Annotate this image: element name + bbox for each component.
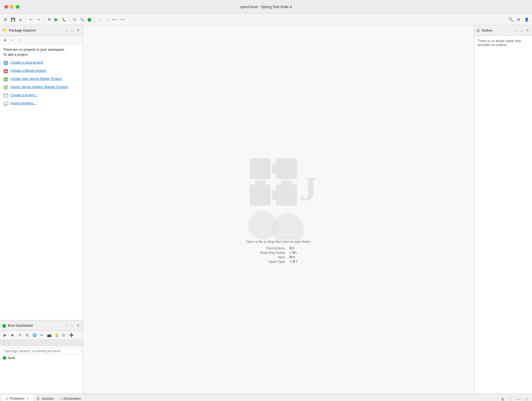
undo-button[interactable]: ↩ (28, 16, 34, 23)
boot-grid-icon[interactable]: ⋮⋮ (0, 340, 12, 346)
run-button[interactable]: ▶ (53, 16, 60, 23)
tab-javadoc[interactable]: @ Javadoc (33, 395, 57, 401)
link-editor-button[interactable]: ↔ (9, 37, 16, 43)
package-explorer-minimize[interactable]: — (65, 28, 69, 33)
outline-panel: ☰ Outline — □ ✕ There is no active edito… (474, 25, 532, 394)
svg-rect-12 (276, 158, 297, 179)
outline-minimize[interactable]: — (514, 28, 518, 33)
find-actions-label: Find Actions (260, 246, 285, 250)
boot-toggle-button[interactable]: 💡 (53, 332, 60, 338)
create-maven-link[interactable]: M Create a Maven project (3, 68, 80, 74)
spring-run-button[interactable]: ⬤ (86, 16, 93, 23)
local-item[interactable]: local (2, 354, 81, 361)
local-status-icon (3, 356, 6, 360)
separator-4 (95, 16, 95, 23)
boot-restart-button[interactable]: ↺ (16, 332, 23, 338)
create-java-link[interactable]: J Create a Java project (3, 60, 80, 66)
boot-dashboard-close[interactable]: ✕ (76, 323, 81, 328)
build-group: ⚙ ▶ 🐛 (46, 16, 67, 23)
nav-group: ← → ⟵ ⟶ (97, 16, 126, 23)
create-project-link[interactable]: + Create a project... (3, 93, 80, 98)
perspective-button[interactable]: ⊡ (71, 16, 78, 23)
package-explorer-close[interactable]: ✕ (76, 28, 81, 33)
tab-problems[interactable]: ⚠ Problems ✕ (2, 395, 33, 401)
close-window-button[interactable] (4, 5, 8, 9)
create-spring-link[interactable]: S Create new Spring Starter Project (3, 76, 80, 82)
svg-text:J: J (5, 62, 7, 65)
package-explorer-title: Package Explorer (9, 28, 63, 32)
problems-filter-button[interactable]: ⊵ (499, 395, 506, 401)
show-key-assist-key: ⇧⌘L (289, 251, 298, 255)
forward-button[interactable]: → (104, 16, 111, 23)
package-explorer-icon: 📁 (2, 28, 7, 33)
boot-snapshot-button[interactable]: 📷 (46, 332, 53, 338)
create-project-icon: + (3, 93, 8, 98)
svg-rect-17 (255, 181, 265, 184)
view-menu-button[interactable]: ⋮ (16, 37, 23, 43)
bottom-maximize-button[interactable]: □ (523, 395, 530, 401)
import-projects-link[interactable]: Import projects... (3, 101, 80, 106)
boot-dashboard-title: Boot Dashboard (8, 323, 63, 327)
perspectives-button[interactable]: ⊞ (515, 16, 522, 23)
new-label: New (260, 255, 285, 259)
boot-search-input[interactable] (2, 348, 81, 354)
search-small-button[interactable]: 🔍 (79, 16, 85, 23)
nav-right-button[interactable]: ⟶ (119, 16, 126, 23)
title-bar: sprint-boot - Spring Tool Suite 4 (0, 0, 532, 14)
collapse-all-button[interactable]: ⇊ (2, 37, 8, 43)
outline-header: ☰ Outline — □ ✕ (474, 25, 532, 36)
save-button[interactable]: 💾 (9, 16, 16, 23)
explorer-content: There are no projects in your workspace.… (0, 44, 83, 320)
new-key: ⌘N (289, 255, 298, 259)
separator-2 (44, 16, 44, 23)
create-java-icon: J (3, 60, 8, 66)
import-spring-icon: IS (3, 85, 8, 90)
boot-add-button[interactable]: ➕ (68, 332, 75, 338)
problems-tab-close[interactable]: ✕ (26, 397, 30, 400)
debug-button[interactable]: 🐛 (60, 16, 67, 23)
nav-left-button[interactable]: ⟵ (111, 16, 118, 23)
boot-dashboard-maximize[interactable]: □ (71, 323, 74, 328)
bottom-minimize-button[interactable]: — (515, 395, 522, 401)
boot-dashboard-panel: ⬤ Boot Dashboard — □ ✕ ▶ ■ ↺ ⊟ 🌐 ✏ 📷 💡 ⊵… (0, 320, 83, 394)
undo-redo-group: ↩ ↪ (28, 16, 42, 23)
boot-start-button[interactable]: ▶ (2, 332, 8, 338)
outline-maximize[interactable]: □ (520, 28, 523, 33)
boot-open-console-button[interactable]: ⊟ (24, 332, 30, 338)
problems-menu-button[interactable]: ⋮ (507, 395, 514, 401)
boot-open-browser-button[interactable]: 🌐 (31, 332, 38, 338)
editor-area[interactable]: J Open a file or drop files here to open… (83, 25, 474, 394)
boot-dashboard-icon: ⬤ (2, 323, 6, 328)
boot-dashboard-minimize[interactable]: — (65, 323, 69, 328)
boot-filter-button[interactable]: ⊵ (60, 332, 67, 338)
boot-tags-button[interactable]: ✏ (38, 332, 45, 338)
window-title: sprint-boot - Spring Tool Suite 4 (240, 5, 292, 9)
main-toolbar: ⊞ 💾 🖨 ↩ ↪ ⚙ ▶ 🐛 ⊡ 🔍 ⬤ ← → ⟵ ⟶ 🔍 ⊞ 👤 (0, 14, 532, 25)
fullscreen-window-button[interactable] (16, 5, 19, 9)
package-explorer-maximize[interactable]: □ (71, 28, 74, 33)
create-spring-text: Create new Spring Starter Project (11, 76, 62, 81)
import-spring-text: Import Spring Getting Started Content (11, 85, 68, 89)
create-maven-icon: M (3, 69, 8, 74)
main-layout: 📁 Package Explorer — □ ✕ ⇊ ↔ ⋮ There are… (0, 25, 532, 394)
svg-text:S: S (5, 79, 7, 81)
new-button[interactable]: ⊞ (2, 16, 9, 23)
tab-declaration[interactable]: ≡ Declaration (57, 395, 84, 401)
svg-text:J: J (300, 170, 315, 208)
import-spring-link[interactable]: IS Import Spring Getting Started Content (3, 85, 80, 90)
boot-dashboard-content: local (0, 346, 83, 394)
minimize-window-button[interactable] (10, 5, 14, 9)
redo-button[interactable]: ↪ (35, 16, 42, 23)
user-button[interactable]: 👤 (523, 16, 530, 23)
package-explorer-header: 📁 Package Explorer — □ ✕ (0, 25, 83, 36)
import-projects-icon (3, 101, 8, 106)
create-java-text: Create a Java project (11, 60, 43, 65)
outline-title: Outline (482, 28, 512, 32)
print-button[interactable]: 🖨 (17, 16, 24, 23)
outline-icon: ☰ (477, 28, 480, 33)
global-search-button[interactable]: 🔍 (507, 16, 514, 23)
back-button[interactable]: ← (97, 16, 104, 23)
boot-stop-button[interactable]: ■ (9, 332, 16, 338)
outline-close[interactable]: ✕ (525, 28, 530, 33)
build-button[interactable]: ⚙ (46, 16, 53, 23)
